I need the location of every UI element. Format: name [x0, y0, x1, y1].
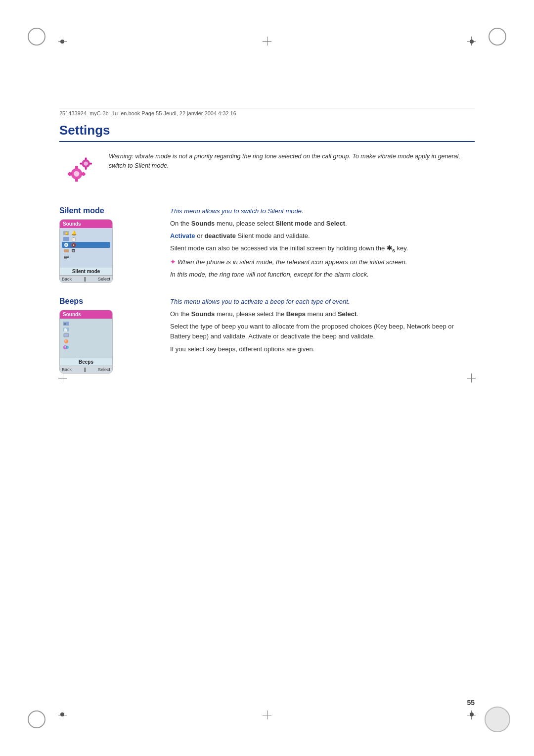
beeps-icon-1: ✉	[63, 321, 70, 326]
phone-menu-icon-1: 🔔	[63, 231, 70, 236]
phone-sep-silent: ||	[84, 277, 86, 282]
sounds-bold-2: Sounds	[191, 310, 215, 318]
phone-menu-item-1: 🔔 🔔	[62, 230, 110, 236]
svg-rect-12	[85, 157, 87, 160]
silent-mode-bold: Silent mode	[275, 220, 312, 227]
svg-rect-3	[75, 178, 78, 182]
phone-footer-silent: Back || Select	[60, 275, 112, 283]
silent-mode-section: Silent mode Sounds 🔔 🔔 📋	[59, 206, 475, 283]
silent-para-2: Activate or deactivate Silent mode and v…	[170, 231, 475, 241]
silent-mode-phone: Sounds 🔔 🔔 📋	[59, 219, 113, 283]
beeps-menu-item-3	[62, 332, 110, 338]
svg-rect-13	[85, 167, 87, 170]
note-icon-1: ✦	[170, 258, 176, 266]
svg-point-34	[66, 346, 69, 349]
deactivate-bold: deactivate	[204, 232, 236, 239]
phone-back-silent: Back	[62, 277, 72, 282]
silent-desc-italic: This menu allows you to switch to Silent…	[170, 206, 475, 216]
page-title: Settings	[59, 123, 475, 142]
svg-point-31	[65, 340, 67, 342]
silent-note-1: When the phone is in silent mode, the re…	[178, 258, 407, 266]
beeps-icon-5	[63, 345, 70, 350]
silent-para-3: Silent mode can also be accessed via the…	[170, 243, 475, 254]
svg-rect-21	[64, 249, 69, 252]
main-content: Settings	[59, 123, 475, 682]
phone-back-beeps: Back	[62, 367, 72, 372]
corner-circle-br	[485, 707, 510, 732]
svg-rect-18	[63, 237, 69, 241]
svg-point-11	[84, 161, 88, 165]
phone-menu-icon-2	[63, 236, 70, 241]
svg-point-1	[74, 171, 79, 176]
phone-menu-icon-5	[63, 254, 70, 259]
beeps-section: Beeps Sounds ✉ 📄	[59, 297, 475, 374]
svg-rect-23	[64, 257, 69, 258]
beeps-menu-item-2: 📄	[62, 327, 110, 332]
silent-mode-left: Silent mode Sounds 🔔 🔔 📋	[59, 206, 158, 283]
warning-text-content: Warning: vibrate mode is not a priority …	[109, 153, 460, 169]
dot-bl	[60, 712, 64, 716]
corner-circle-tl	[28, 28, 45, 46]
svg-rect-22	[64, 256, 69, 257]
page-number: 55	[467, 699, 475, 707]
beeps-phone: Sounds ✉ 📄	[59, 310, 113, 374]
silent-mode-title: Silent mode	[59, 206, 158, 215]
phone-menu-icon-selected	[63, 242, 70, 247]
svg-text:🔔: 🔔	[65, 232, 69, 236]
phone-header-beeps: Sounds	[60, 310, 112, 319]
beeps-menu-item-5	[62, 344, 110, 350]
beeps-bold: Beeps	[286, 310, 306, 318]
svg-rect-15	[80, 162, 82, 164]
warning-section: Warning: vibrate mode is not a priority …	[59, 152, 475, 191]
svg-text:📄: 📄	[64, 328, 68, 332]
silent-para-5: In this mode, the ring tone will not fun…	[170, 270, 475, 280]
beeps-icon-4	[63, 339, 70, 344]
phone-header-silent: Sounds	[60, 220, 112, 228]
beeps-left: Beeps Sounds ✉ 📄	[59, 297, 158, 374]
beeps-para-3: If you select key beeps, different optio…	[170, 344, 475, 354]
page-container: 251433924_myC-3b_1u_en.book Page 55 Jeud…	[0, 0, 534, 756]
phone-label-beeps: Beeps	[60, 358, 112, 366]
corner-circle-tr	[489, 28, 506, 46]
phone-menu-icon-4	[63, 248, 70, 253]
silent-mode-right: This menu allows you to switch to Silent…	[170, 206, 475, 282]
beeps-desc-italic: This menu allows you to activate a beep …	[170, 297, 475, 307]
phone-menu-item-5	[62, 254, 110, 260]
corner-circle-bl	[28, 710, 45, 728]
beeps-title: Beeps	[59, 297, 158, 306]
beeps-icon-2: 📄	[63, 327, 70, 332]
phone-footer-beeps: Back || Select	[60, 366, 112, 373]
svg-rect-29	[64, 333, 69, 337]
warning-text: Warning: vibrate mode is not a priority …	[109, 152, 475, 171]
printer-info: 251433924_myC-3b_1u_en.book Page 55 Jeud…	[59, 108, 475, 116]
activate-bold: Activate	[170, 232, 195, 239]
gear-icon	[61, 153, 98, 190]
dot-br	[470, 712, 474, 716]
silent-note-2: In this mode, the ring tone will not fun…	[170, 271, 369, 278]
phone-label-silent: Silent mode	[60, 268, 112, 275]
beeps-right: This menu allows you to activate a beep …	[170, 297, 475, 357]
svg-rect-24	[64, 258, 67, 259]
phone-menu-item-2: 📋	[62, 236, 110, 242]
select-bold-1: Select	[326, 220, 345, 227]
dot-tr	[470, 40, 474, 44]
silent-para-4: ✦ When the phone is in silent mode, the …	[170, 257, 475, 267]
phone-sep-beeps: ||	[84, 367, 86, 372]
beeps-para-2: Select the type of beep you want to allo…	[170, 322, 475, 341]
printer-info-text: 251433924_myC-3b_1u_en.book Page 55 Jeud…	[59, 110, 236, 116]
crosshair-tm	[263, 37, 271, 46]
crosshair-bm	[263, 710, 271, 719]
phone-menu-item-selected: 🔇	[62, 242, 110, 248]
dot-tl	[60, 40, 64, 44]
beeps-menu-item-4	[62, 338, 110, 344]
sounds-bold-1: Sounds	[191, 220, 215, 227]
select-bold-2: Select	[338, 310, 356, 318]
svg-rect-2	[75, 166, 78, 169]
svg-point-20	[65, 244, 67, 246]
phone-body-beeps: ✉ 📄	[60, 319, 112, 358]
star-key: ✱s	[387, 244, 395, 252]
svg-rect-14	[89, 162, 92, 164]
phone-menu-item-4: 🖼	[62, 248, 110, 254]
phone-select-silent: Select	[98, 277, 110, 282]
beeps-menu-item-1: ✉	[62, 321, 110, 327]
